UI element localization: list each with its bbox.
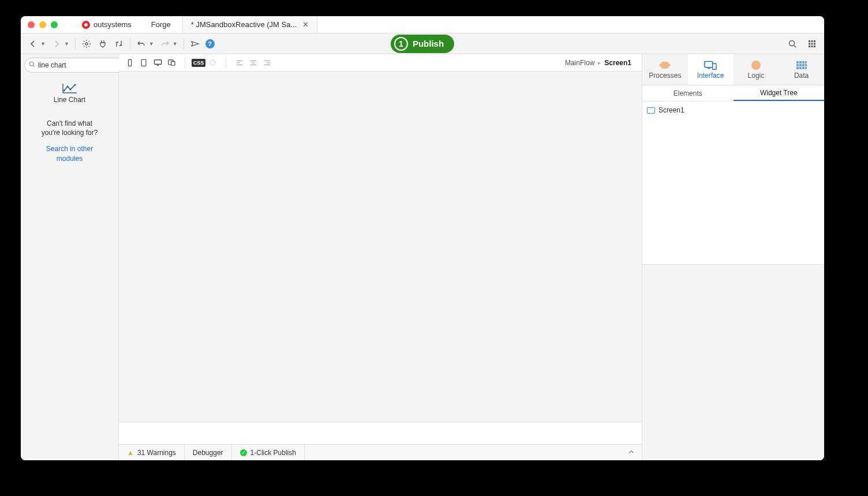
one-click-publish-button[interactable]: ✓ 1-Click Publish: [232, 445, 305, 460]
expand-status-button[interactable]: [621, 448, 642, 458]
svg-rect-4: [814, 40, 815, 42]
device-phone-button[interactable]: [125, 58, 135, 68]
close-window-button[interactable]: [28, 21, 35, 28]
widget-label: Line Chart: [54, 96, 85, 104]
outsystems-logo-icon: [82, 21, 90, 29]
nav-back-button[interactable]: [25, 36, 40, 51]
search-other-modules-link[interactable]: Search in other modules: [21, 141, 118, 166]
help-button[interactable]: ?: [203, 36, 218, 51]
design-canvas[interactable]: [119, 72, 642, 444]
device-fit-button[interactable]: [166, 58, 177, 68]
warnings-button[interactable]: ▲ 31 Warnings: [119, 445, 185, 460]
feedback-button[interactable]: [188, 36, 203, 51]
svg-rect-31: [802, 64, 805, 66]
search-icon: [28, 60, 36, 70]
tab-logic[interactable]: Logic: [734, 54, 779, 85]
svg-point-12: [66, 85, 68, 87]
tab-processes[interactable]: Processes: [642, 54, 688, 85]
svg-point-14: [74, 84, 76, 85]
svg-rect-7: [814, 43, 815, 44]
document-tab[interactable]: * JMSandboxReactive (JM Sa... ✕: [182, 16, 318, 33]
svg-rect-33: [796, 67, 799, 69]
tab-elements[interactable]: Elements: [642, 85, 734, 101]
svg-rect-23: [713, 63, 716, 69]
brand-label: outsystems: [93, 20, 132, 29]
breadcrumb-screen[interactable]: Screen1: [604, 59, 631, 67]
debugger-button[interactable]: Debugger: [185, 445, 232, 460]
widget-tree[interactable]: Screen1: [642, 102, 824, 264]
svg-rect-8: [809, 46, 810, 47]
svg-point-24: [751, 61, 761, 70]
svg-rect-22: [705, 61, 713, 67]
tab-data[interactable]: Data: [779, 54, 824, 85]
svg-point-21: [209, 60, 215, 65]
publish-button[interactable]: 1 Publish: [391, 35, 454, 53]
layer-tabs: Processes Interface Logic Data: [642, 54, 824, 85]
svg-rect-27: [802, 61, 805, 63]
compare-merge-button[interactable]: [111, 36, 126, 51]
interface-icon: [704, 60, 717, 70]
breadcrumb-flow[interactable]: MainFlow: [565, 59, 594, 67]
svg-rect-34: [799, 67, 802, 69]
brand-tab[interactable]: outsystems: [74, 16, 140, 33]
tab-widget-tree[interactable]: Widget Tree: [734, 85, 825, 101]
nav-back-dropdown[interactable]: ▼: [40, 41, 46, 47]
plug-icon[interactable]: [95, 36, 110, 51]
publish-step-badge: 1: [394, 37, 408, 51]
data-icon: [795, 60, 808, 70]
widget-line-chart[interactable]: Line Chart: [21, 76, 118, 106]
align-center-button[interactable]: [248, 58, 259, 68]
svg-rect-10: [814, 46, 815, 47]
nav-forward-dropdown[interactable]: ▼: [64, 41, 69, 47]
app-window: outsystems Forge * JMSandboxReactive (JM…: [21, 16, 824, 460]
svg-rect-9: [811, 46, 813, 47]
line-chart-icon: [61, 82, 78, 95]
svg-point-13: [69, 88, 71, 90]
tree-tabs: Elements Widget Tree: [642, 85, 824, 102]
minimize-window-button[interactable]: [39, 21, 46, 28]
redo-dropdown[interactable]: ▼: [173, 41, 178, 47]
svg-rect-17: [141, 59, 146, 66]
undo-dropdown[interactable]: ▼: [149, 41, 154, 47]
redo-button[interactable]: [158, 36, 173, 51]
svg-rect-6: [811, 43, 813, 44]
svg-rect-26: [799, 61, 802, 63]
tree-item-screen1[interactable]: Screen1: [647, 105, 820, 115]
cant-find-text: Can't find what you're looking for?: [21, 106, 118, 141]
tab-interface[interactable]: Interface: [688, 54, 734, 85]
toolbox-search-input[interactable]: [38, 61, 125, 69]
settings-button[interactable]: [79, 36, 94, 51]
svg-rect-18: [154, 60, 161, 65]
warning-icon: ▲: [127, 449, 134, 457]
svg-rect-2: [809, 40, 810, 42]
main-body: ⊗ Line Chart Can't find what you're look…: [21, 54, 824, 460]
svg-rect-25: [796, 61, 799, 63]
svg-rect-5: [809, 43, 810, 44]
processes-icon: [659, 60, 671, 70]
logic-icon: [750, 60, 762, 70]
theme-button[interactable]: [207, 58, 218, 68]
svg-rect-30: [799, 64, 802, 66]
properties-panel: [642, 264, 824, 460]
forge-tab[interactable]: Forge: [140, 16, 182, 33]
svg-rect-32: [805, 64, 807, 66]
svg-rect-16: [128, 59, 131, 66]
svg-rect-35: [802, 67, 805, 69]
svg-point-1: [790, 40, 795, 46]
align-left-button[interactable]: [234, 58, 245, 68]
svg-rect-36: [805, 67, 807, 69]
undo-button[interactable]: [134, 36, 149, 51]
apps-grid-button[interactable]: [805, 36, 820, 51]
css-button[interactable]: CSS: [193, 58, 204, 68]
right-panel: Processes Interface Logic Data Elements …: [642, 54, 824, 460]
close-tab-button[interactable]: ✕: [302, 20, 309, 29]
device-tablet-button[interactable]: [139, 58, 149, 68]
align-right-button[interactable]: [262, 58, 272, 68]
nav-forward-button[interactable]: [49, 36, 64, 51]
chevron-right-icon: ▸: [598, 59, 601, 66]
global-search-button[interactable]: [785, 36, 800, 51]
screen-icon: [647, 107, 655, 114]
maximize-window-button[interactable]: [51, 21, 58, 28]
device-desktop-button[interactable]: [152, 58, 163, 68]
help-icon: ?: [205, 39, 215, 48]
